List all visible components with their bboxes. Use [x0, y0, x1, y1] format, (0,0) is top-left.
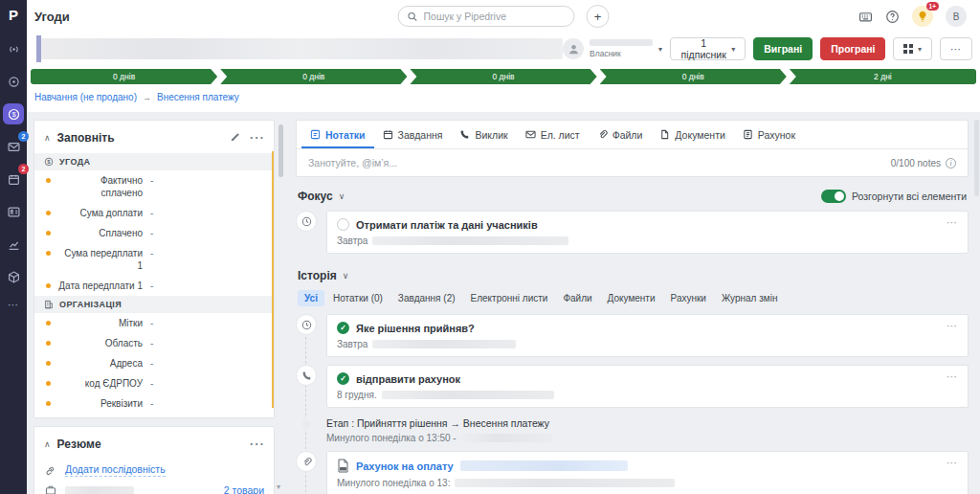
field-label: Реквізити: [58, 397, 143, 410]
document-icon: [659, 129, 670, 140]
filter-activities[interactable]: Завдання (2): [391, 290, 462, 306]
breadcrumb-stage-link[interactable]: Внесення платежу: [157, 92, 239, 102]
pencil-icon[interactable]: [230, 132, 240, 143]
filter-documents[interactable]: Документи: [601, 290, 662, 306]
panel-scrollbar[interactable]: ▾: [275, 120, 286, 494]
tab-email[interactable]: Ел. лист: [517, 121, 589, 148]
field-row[interactable]: Адреса-: [34, 353, 274, 373]
filter-invoices[interactable]: Рахунки: [664, 290, 713, 306]
field-row[interactable]: Сплачено-: [34, 223, 274, 243]
tab-notes[interactable]: Нотатки: [301, 121, 374, 148]
sidebar-item-insights[interactable]: [3, 234, 24, 255]
quick-add-button[interactable]: +: [587, 5, 610, 28]
more-options-icon[interactable]: ⋯: [249, 435, 264, 453]
more-options-icon[interactable]: ⋯: [947, 457, 958, 469]
more-options-icon[interactable]: ⋯: [947, 216, 958, 229]
note-input[interactable]: [308, 157, 891, 168]
more-options-icon[interactable]: ⋯: [249, 128, 264, 146]
tab-activity[interactable]: Завдання: [374, 121, 452, 148]
activity-card[interactable]: ✓ Яке рішення прийняв? Завтра ⋯: [326, 314, 969, 357]
page-title: Угоди: [34, 10, 70, 24]
activity-card[interactable]: Отримати платіж та дані учасників Завтра…: [326, 211, 969, 254]
composer-tabs: Нотатки Завдання Виклик Ел. лист: [297, 121, 968, 149]
tab-call[interactable]: Виклик: [451, 121, 516, 148]
owner-control[interactable]: Власник ▾: [563, 38, 662, 59]
lost-button[interactable]: Програні: [820, 37, 885, 60]
more-options-icon[interactable]: ⋯: [947, 320, 958, 332]
field-label: Сума доплати: [58, 207, 143, 219]
won-button[interactable]: Виграні: [753, 37, 813, 60]
filter-emails[interactable]: Електронні листи: [464, 290, 555, 306]
pipeline-stage[interactable]: 2 дні: [790, 69, 976, 84]
file-card[interactable]: Рахунок на оплату Минулого понеділка о 1…: [326, 451, 969, 494]
sidebar-item-leads[interactable]: [3, 38, 24, 59]
sidebar-item-activities[interactable]: 2: [3, 168, 24, 190]
more-options-icon[interactable]: ⋯: [947, 370, 958, 383]
whats-new-button[interactable]: 1+: [912, 6, 933, 27]
deal-more-button[interactable]: ⋯: [940, 37, 972, 60]
scrollbar-thumb[interactable]: [278, 124, 283, 177]
marketplace-icon[interactable]: [858, 10, 873, 24]
mark-done-checkbox[interactable]: [337, 218, 349, 231]
tab-documents[interactable]: Документи: [651, 121, 733, 148]
scrollbar-thumb[interactable]: [974, 120, 979, 196]
tab-invoice[interactable]: Рахунок: [734, 121, 804, 148]
filter-files[interactable]: Файли: [556, 290, 598, 306]
collapse-icon[interactable]: ∧: [44, 439, 51, 449]
field-row[interactable]: код ЄДРПОУ-: [34, 373, 274, 393]
expand-all-toggle[interactable]: Розгорнути всі елементи: [821, 190, 967, 203]
pipeline-stage[interactable]: 0 днів: [410, 69, 596, 84]
grid-icon: [903, 44, 913, 54]
toggle-switch[interactable]: [821, 190, 846, 203]
sidebar-more-icon[interactable]: ⋯: [8, 299, 19, 311]
tab-label: Рахунок: [758, 129, 795, 141]
fill-in-title: Заповніть: [57, 131, 115, 145]
chevron-down-icon[interactable]: ∨: [339, 191, 345, 201]
owner-caption: Власник: [590, 49, 653, 58]
file-link[interactable]: Рахунок на оплату: [356, 460, 454, 472]
pipeline-stage[interactable]: 0 днів: [600, 69, 787, 84]
tab-label: Файли: [612, 129, 643, 141]
sidebar-item-products[interactable]: [3, 266, 24, 287]
field-row[interactable]: Фактично сплачено-: [34, 170, 274, 203]
field-row[interactable]: Мітки-: [34, 313, 274, 333]
history-filters: Усі Нотатки (0) Завдання (2) Електронні …: [298, 290, 969, 306]
add-sequence-link[interactable]: Додати послідовність: [65, 463, 166, 477]
activity-card[interactable]: ✓ відправити рахунок 8 грудня. ⋯: [326, 365, 969, 408]
view-switcher-button[interactable]: ▾: [893, 37, 932, 60]
followers-button[interactable]: 1 підписник ▾: [670, 37, 746, 60]
products-row[interactable]: 2 товари: [34, 481, 274, 494]
sidebar-item-contacts[interactable]: [3, 201, 24, 222]
scroll-down-icon[interactable]: ▾: [277, 483, 280, 491]
field-row[interactable]: Область-: [34, 333, 274, 353]
filter-changelog[interactable]: Журнал змін: [715, 290, 784, 306]
add-sequence-row[interactable]: Додати послідовність: [34, 460, 274, 481]
field-row[interactable]: Сума передплати 1-: [34, 243, 274, 276]
user-avatar[interactable]: B: [946, 6, 967, 27]
required-dot-icon: [46, 178, 51, 183]
main-scrollbar[interactable]: [974, 112, 979, 490]
sidebar-item-mail[interactable]: 2: [3, 136, 24, 157]
arrow-right-icon: →: [143, 93, 151, 102]
chevron-down-icon[interactable]: ∨: [343, 271, 349, 281]
tab-files[interactable]: Файли: [589, 121, 652, 148]
collapse-icon[interactable]: ∧: [44, 133, 51, 143]
field-row[interactable]: Дата передплати 1-: [34, 276, 274, 296]
pipeline-stage[interactable]: 0 днів: [220, 69, 407, 84]
global-search[interactable]: [398, 6, 575, 27]
search-input[interactable]: [424, 11, 566, 22]
field-row[interactable]: Сума доплати-: [34, 203, 274, 223]
filter-all[interactable]: Усі: [298, 290, 324, 306]
filter-notes[interactable]: Нотатки (0): [326, 290, 390, 306]
info-icon[interactable]: i: [946, 158, 956, 168]
breadcrumb-pipeline-link[interactable]: Навчання (не продано): [34, 92, 137, 102]
pipeline-stage[interactable]: 0 днів: [31, 69, 217, 84]
help-icon[interactable]: [885, 10, 900, 24]
sidebar-item-deals[interactable]: $: [3, 103, 24, 124]
file-details-redacted: [455, 479, 675, 487]
sidebar-item-prospecting[interactable]: [3, 71, 24, 92]
organization-name-redacted: [65, 486, 134, 494]
field-row[interactable]: Реквізити-: [34, 393, 274, 417]
products-link[interactable]: 2 товари: [224, 484, 264, 494]
toggle-label: Розгорнути всі елементи: [852, 191, 967, 202]
